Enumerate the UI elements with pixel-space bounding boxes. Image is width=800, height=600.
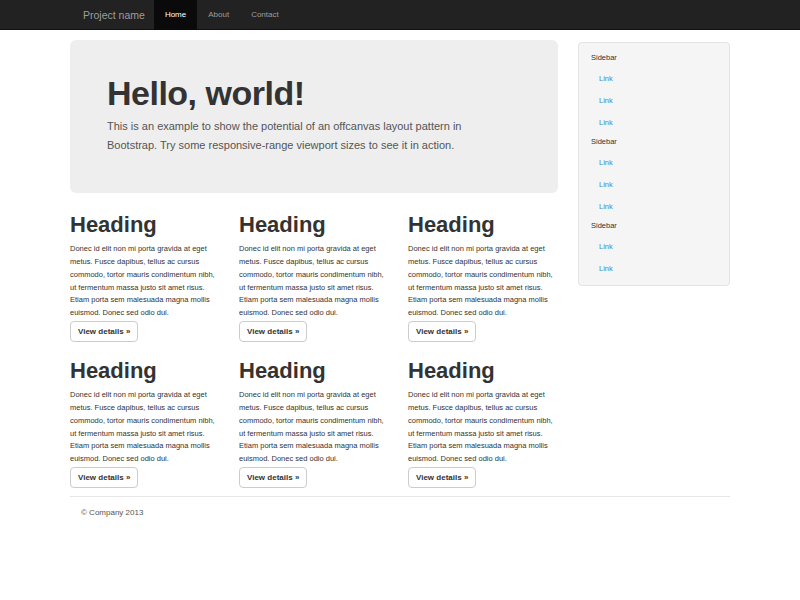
jumbotron-description: This is an example to show the potential… [107,117,499,155]
card-body: Donec id elit non mi porta gravida at eg… [70,243,222,320]
view-details-button[interactable]: View details » [408,467,476,488]
footer: © Company 2013 [70,496,730,517]
navbar: Project name Home About Contact [0,0,800,30]
card: Heading Donec id elit non mi porta gravi… [70,359,222,488]
card: Heading Donec id elit non mi porta gravi… [408,213,560,342]
card-heading: Heading [408,213,560,237]
card-body: Donec id elit non mi porta gravida at eg… [239,243,391,320]
view-details-button[interactable]: View details » [408,321,476,342]
nav-item-about: About [197,0,240,30]
nav-item-contact: Contact [240,0,290,30]
card: Heading Donec id elit non mi porta gravi… [239,359,391,488]
main-column: Hello, world! This is an example to show… [70,30,578,488]
card-body: Donec id elit non mi porta gravida at eg… [239,389,391,466]
navbar-container: Project name Home About Contact [70,0,730,30]
sidebar-link[interactable]: Link [579,111,729,133]
card-body: Donec id elit non mi porta gravida at eg… [408,389,560,466]
cards-row-1: Heading Donec id elit non mi porta gravi… [70,213,578,342]
card: Heading Donec id elit non mi porta gravi… [70,213,222,342]
sidebar-link[interactable]: Link [579,151,729,173]
view-details-button[interactable]: View details » [239,321,307,342]
sidebar: Sidebar Link Link Link Sidebar Link Link… [578,42,730,286]
copyright-text: © Company 2013 [70,497,730,517]
card-heading: Heading [239,213,391,237]
sidebar-group-title: Sidebar [579,133,729,151]
view-details-button[interactable]: View details » [70,467,138,488]
sidebar-group: Sidebar Link Link Link [579,49,729,133]
card: Heading Donec id elit non mi porta gravi… [239,213,391,342]
sidebar-group-title: Sidebar [579,49,729,67]
card-body: Donec id elit non mi porta gravida at eg… [408,243,560,320]
sidebar-link[interactable]: Link [579,235,729,257]
card-heading: Heading [70,359,222,383]
content-row: Hello, world! This is an example to show… [70,30,730,488]
page-container: Hello, world! This is an example to show… [70,30,730,517]
sidebar-group-title: Sidebar [579,217,729,235]
brand-link[interactable]: Project name [70,0,154,30]
card-heading: Heading [239,359,391,383]
sidebar-group: Sidebar Link Link [579,217,729,279]
nav-link-about[interactable]: About [197,0,240,30]
sidebar-link[interactable]: Link [579,67,729,89]
card-heading: Heading [70,213,222,237]
sidebar-link[interactable]: Link [579,89,729,111]
nav-menu: Home About Contact [154,0,290,30]
cards-row-2: Heading Donec id elit non mi porta gravi… [70,359,578,488]
page-title: Hello, world! [107,75,528,111]
nav-item-home: Home [154,0,197,30]
nav-link-contact[interactable]: Contact [240,0,290,30]
sidebar-link[interactable]: Link [579,173,729,195]
sidebar-column: Sidebar Link Link Link Sidebar Link Link… [578,30,730,286]
sidebar-link[interactable]: Link [579,257,729,279]
view-details-button[interactable]: View details » [70,321,138,342]
sidebar-link[interactable]: Link [579,195,729,217]
card: Heading Donec id elit non mi porta gravi… [408,359,560,488]
nav-link-home[interactable]: Home [154,0,197,30]
view-details-button[interactable]: View details » [239,467,307,488]
sidebar-group: Sidebar Link Link Link [579,133,729,217]
card-heading: Heading [408,359,560,383]
card-body: Donec id elit non mi porta gravida at eg… [70,389,222,466]
jumbotron: Hello, world! This is an example to show… [70,40,558,193]
